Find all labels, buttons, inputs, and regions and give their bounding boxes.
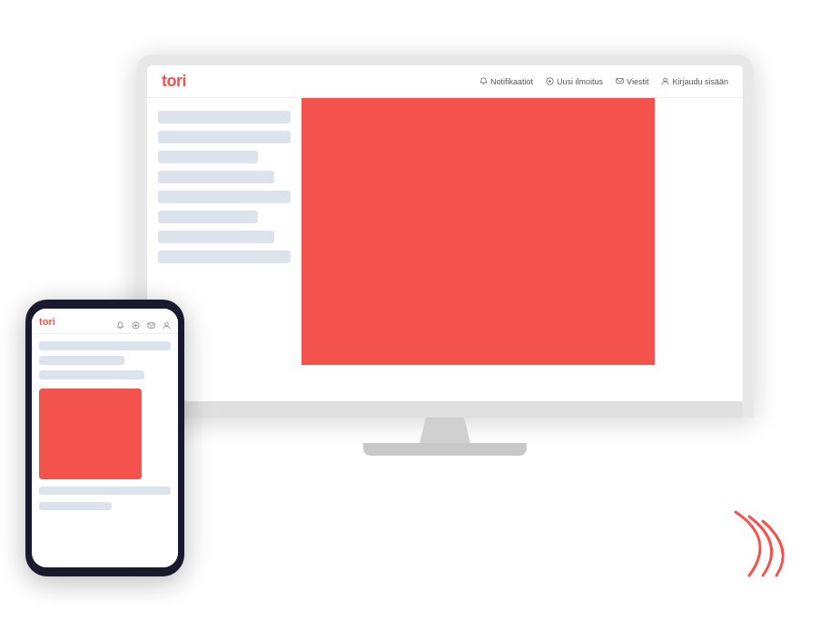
phone-screen: tori [32, 309, 178, 567]
nav-label-viestit: Viestit [627, 77, 648, 86]
svg-point-4 [664, 78, 667, 82]
phone-text-3 [39, 370, 144, 379]
sidebar-block-4 [158, 171, 274, 183]
sidebar-block-8 [158, 251, 291, 263]
monitor-nav-items: Notifikaatiot Uusi ilmoitus [479, 77, 728, 86]
monitor-screen: tori Notifikaatiot [147, 65, 743, 401]
svg-point-9 [165, 322, 169, 326]
phone-bell-icon [116, 317, 124, 325]
sidebar-block-1 [158, 111, 291, 123]
phone-text-1 [39, 341, 171, 350]
phone-text-5 [39, 502, 112, 510]
sidebar-block-7 [158, 231, 274, 243]
monitor-stand-neck [413, 418, 477, 443]
phone-plus-icon [132, 317, 140, 325]
phone-text-4 [39, 487, 171, 495]
sidebar-block-3 [158, 151, 258, 163]
phone-hero-image [39, 389, 142, 479]
sidebar-block-2 [158, 131, 291, 143]
user-icon [661, 77, 669, 85]
phone-message-icon [147, 317, 155, 325]
nav-item-uusi-ilmoitus[interactable]: Uusi ilmoitus [546, 77, 603, 86]
desktop-monitor: tori Notifikaatiot [136, 54, 754, 456]
phone-navbar: tori [32, 309, 178, 334]
scene: tori Notifikaatiot [0, 0, 840, 630]
nav-item-kirjaudu[interactable]: Kirjaudu sisään [661, 77, 728, 86]
nav-label-kirjaudu: Kirjaudu sisään [672, 77, 728, 86]
nav-item-notifikaatiot[interactable]: Notifikaatiot [479, 77, 533, 86]
nav-label-uusi-ilmoitus: Uusi ilmoitus [557, 77, 603, 86]
mobile-logo: tori [39, 316, 55, 327]
monitor-main-content [301, 98, 743, 401]
mobile-phone: tori [25, 300, 184, 576]
nav-item-viestit[interactable]: Viestit [616, 77, 648, 86]
sidebar-block-6 [158, 211, 258, 223]
desktop-logo: tori [162, 72, 186, 91]
phone-user-icon [163, 317, 171, 325]
plus-circle-icon [546, 77, 554, 85]
monitor-bezel: tori Notifikaatiot [136, 54, 754, 418]
nav-label-notifikaatiot: Notifikaatiot [490, 77, 533, 86]
bell-icon [479, 77, 488, 85]
decorative-arcs [695, 503, 804, 585]
phone-content [32, 334, 178, 517]
monitor-bottom-bezel [147, 401, 743, 418]
monitor-navbar: tori Notifikaatiot [147, 65, 743, 98]
monitor-stand-base [363, 443, 527, 456]
sidebar-block-5 [158, 191, 291, 203]
monitor-hero-image [301, 98, 655, 365]
monitor-body [147, 98, 743, 401]
phone-text-2 [39, 356, 124, 365]
message-icon [616, 77, 624, 85]
phone-body: tori [25, 300, 184, 576]
